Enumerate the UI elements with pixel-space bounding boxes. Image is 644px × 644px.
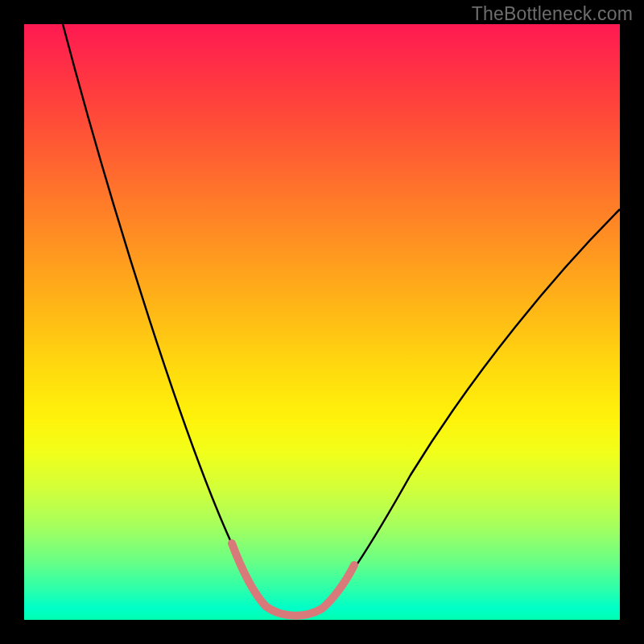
watermark-text: TheBottleneck.com (472, 3, 633, 25)
bottleneck-curve-path (63, 24, 620, 615)
chart-frame: TheBottleneck.com (0, 0, 644, 644)
plot-area (24, 24, 620, 620)
optimal-region-highlight-path (232, 543, 354, 616)
bottleneck-curve-svg (24, 24, 620, 620)
